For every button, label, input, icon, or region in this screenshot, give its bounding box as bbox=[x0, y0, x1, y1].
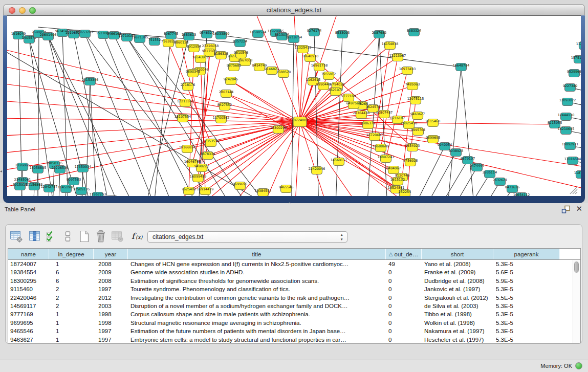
graph-node[interactable]: 8471626 bbox=[505, 185, 519, 193]
graph-node[interactable]: 7625402 bbox=[182, 187, 196, 195]
graph-node[interactable]: 16961758 bbox=[311, 63, 328, 71]
column-edit-icon[interactable] bbox=[28, 230, 41, 243]
graph-node[interactable]: 8912954 bbox=[187, 45, 201, 52]
graph-node[interactable]: 1683613 bbox=[182, 33, 196, 40]
graph-node[interactable]: 16154838 bbox=[382, 42, 399, 50]
graph-node[interactable]: 19671385 bbox=[132, 35, 148, 43]
graph-node[interactable]: 16648784 bbox=[453, 63, 470, 71]
graph-node[interactable]: 12975115 bbox=[407, 97, 424, 104]
graph-node[interactable]: 1187533 bbox=[574, 171, 581, 179]
graph-node[interactable]: 15058805 bbox=[30, 166, 47, 173]
graph-node[interactable]: 9465546 bbox=[279, 185, 293, 193]
graph-node[interactable]: 19218754 bbox=[286, 35, 302, 43]
new-document-icon[interactable] bbox=[78, 230, 91, 243]
table-row[interactable]: 1830029562008Estimation of significance … bbox=[8, 277, 573, 285]
graph-node[interactable]: 16210645 bbox=[558, 127, 575, 135]
graph-node[interactable]: 10688609 bbox=[373, 144, 389, 152]
graph-node[interactable]: 8186328 bbox=[214, 52, 228, 59]
graph-node[interactable]: 20364436 bbox=[353, 111, 370, 119]
graph-node[interactable]: 9654923 bbox=[405, 144, 420, 151]
graph-node[interactable]: 9875685 bbox=[227, 63, 241, 71]
graph-node[interactable]: 2803144 bbox=[219, 90, 233, 98]
graph-node[interactable]: 8967745 bbox=[164, 32, 178, 39]
table-row[interactable]: 1938455462009Genome-wide association stu… bbox=[8, 268, 573, 276]
column-header-in-degree[interactable]: in_degree bbox=[49, 249, 94, 259]
graph-node[interactable]: 22420046 bbox=[309, 167, 325, 174]
graph-node[interactable]: 9227349 bbox=[563, 84, 577, 92]
graph-node[interactable]: 16958107 bbox=[104, 196, 121, 196]
collapse-handle-icon[interactable]: ⌃ bbox=[288, 202, 292, 207]
graph-node[interactable]: 16033809 bbox=[213, 32, 230, 39]
table-row[interactable]: 946554611997Estimation of the future num… bbox=[8, 327, 573, 335]
graph-node[interactable]: 9498222 bbox=[194, 164, 209, 172]
table-row[interactable]: 946362711997Embryonic stem cells: a mode… bbox=[8, 336, 573, 343]
graph-node[interactable]: 9699695 bbox=[233, 182, 247, 190]
table-row[interactable]: 969969511998Structural magnetic resonanc… bbox=[8, 319, 573, 327]
rows-toggle-icon[interactable] bbox=[61, 230, 74, 243]
graph-node[interactable]: 8383324 bbox=[407, 29, 421, 36]
graph-node[interactable]: 9546327 bbox=[200, 31, 214, 38]
column-header-name[interactable]: name bbox=[8, 249, 49, 259]
graph-node[interactable]: 252254 bbox=[399, 190, 411, 196]
graph-node[interactable]: 12093872 bbox=[559, 98, 576, 106]
graph-node[interactable]: 11325419 bbox=[295, 46, 312, 53]
graph-node[interactable]: 8427552 bbox=[217, 103, 232, 111]
graph-node[interactable]: 11700562 bbox=[213, 116, 230, 123]
graph-node[interactable]: 17016504 bbox=[564, 157, 581, 165]
graph-node[interactable]: 12213967 bbox=[389, 54, 406, 61]
graph-node[interactable]: 18807243 bbox=[378, 155, 395, 163]
delete-icon[interactable] bbox=[94, 230, 107, 243]
graph-node[interactable]: 9463627 bbox=[410, 112, 425, 120]
table-row[interactable]: 911546021997Tourette syndrome. Phenomeno… bbox=[8, 285, 573, 293]
graph-node[interactable]: 8357224 bbox=[233, 39, 247, 47]
graph-node[interactable]: 16543912 bbox=[192, 55, 209, 63]
graph-node[interactable]: 9777169 bbox=[341, 94, 356, 102]
table-row[interactable]: 977716911998Corpus callosum shape and si… bbox=[8, 310, 573, 318]
network-canvas[interactable]: 1872400771638228860128891295423226058982… bbox=[7, 15, 581, 196]
graph-node[interactable]: 9276174 bbox=[307, 29, 321, 36]
graph-node[interactable]: 7955812 bbox=[321, 72, 336, 80]
float-window-icon[interactable] bbox=[561, 205, 571, 214]
graph-node[interactable]: 9756928 bbox=[403, 159, 418, 166]
graph-node[interactable]: 19166827 bbox=[179, 145, 196, 153]
graph-node[interactable]: 9529966 bbox=[567, 70, 581, 77]
graph-node[interactable]: 12942757 bbox=[41, 185, 58, 192]
graph-node[interactable]: 11451906 bbox=[58, 185, 75, 193]
column-header-year[interactable]: year bbox=[94, 249, 128, 259]
graph-node[interactable]: 12444130 bbox=[558, 113, 575, 121]
graph-node[interactable]: 751552 bbox=[148, 38, 161, 46]
graph-node[interactable]: 9810546 bbox=[234, 51, 248, 58]
column-header-pagerank[interactable]: pagerank bbox=[493, 249, 560, 259]
graph-node[interactable]: 18724007 bbox=[292, 117, 309, 127]
graph-node[interactable]: 11217104 bbox=[576, 42, 581, 50]
window-titlebar[interactable]: citations_edges.txt bbox=[3, 4, 585, 15]
graph-node[interactable]: 8878334 bbox=[201, 152, 215, 160]
graph-node[interactable]: 18107554 bbox=[175, 115, 191, 122]
graph-node[interactable]: 19384554 bbox=[255, 189, 272, 196]
graph-node[interactable]: 9890345 bbox=[186, 70, 200, 77]
panel-divider-arrow-icon[interactable]: ◂ bbox=[0, 169, 2, 173]
graph-node[interactable]: 16099489 bbox=[190, 174, 207, 182]
graph-node[interactable]: 10654112 bbox=[513, 193, 530, 196]
graph-node[interactable]: 15720407 bbox=[366, 133, 383, 141]
graph-node[interactable]: 20691406 bbox=[40, 33, 57, 40]
graph-node[interactable]: 7632621 bbox=[493, 178, 507, 186]
graph-node[interactable]: 8938923 bbox=[449, 149, 463, 157]
graph-node[interactable]: 15751074 bbox=[571, 56, 581, 63]
column-header-title[interactable]: title bbox=[128, 249, 386, 259]
close-panel-icon[interactable]: ✕ bbox=[576, 204, 582, 213]
graph-node[interactable]: 2718176 bbox=[181, 83, 195, 91]
graph-node[interactable]: 3915911 bbox=[13, 183, 27, 190]
graph-node[interactable]: 9495764 bbox=[411, 128, 425, 136]
graph-node[interactable]: 12213369 bbox=[177, 99, 194, 107]
table-selector-dropdown[interactable]: citations_edges.txt ▲▼ bbox=[147, 231, 347, 243]
column-header-short[interactable]: short bbox=[422, 249, 493, 259]
graph-node[interactable]: 2087682 bbox=[372, 31, 386, 38]
graph-node[interactable]: 11156863 bbox=[26, 183, 43, 190]
graph-node[interactable]: 2326065 bbox=[15, 163, 30, 171]
graph-node[interactable]: 9484067 bbox=[386, 166, 401, 174]
table-vertical-scrollbar[interactable] bbox=[573, 260, 580, 343]
graph-node[interactable]: 7485063 bbox=[405, 82, 420, 90]
resize-grip[interactable] bbox=[570, 187, 577, 194]
table-settings-icon[interactable] bbox=[10, 230, 23, 243]
